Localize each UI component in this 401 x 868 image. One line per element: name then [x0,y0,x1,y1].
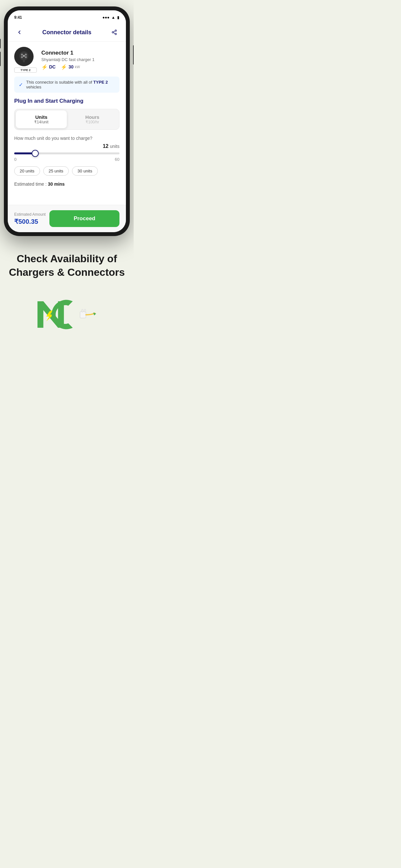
svg-line-4 [113,31,115,32]
tab-hours-price: ₹100/hr [69,120,115,124]
tab-units-price: ₹14/unit [19,120,64,124]
power-value: 30 [68,64,73,69]
slider-track [14,152,120,154]
connector-name: Connector 1 [41,50,120,56]
svg-point-9 [25,56,27,58]
power-unit: kW [75,65,80,69]
slider-thumb[interactable] [32,150,39,157]
amount-value: ₹500.35 [14,218,45,225]
svg-rect-13 [82,309,83,312]
power-spec: ⚡ 30 kW [61,64,80,70]
compatibility-banner: ✓ This connector is suitable with all of… [14,76,120,93]
slider-max: 60 [115,157,120,162]
status-icons: ●●● ▲ ▮ [102,15,120,20]
wifi-icon: ▲ [112,15,115,20]
bottom-bar: Estimated Amount ₹500.35 Proceed [8,205,126,232]
units-value-display: 12 units [103,144,120,149]
amount-label: Estimated Amount [14,212,45,217]
screen-content: TYPE 2 Connector 1 Shyamlalji DC fast ch… [8,42,126,205]
current-icon: ⚡ [41,64,48,70]
chip-25[interactable]: 25 units [43,166,69,176]
units-value-row: 12 units [14,144,120,149]
screen-header: Connector details [8,25,126,42]
svg-point-6 [21,54,23,56]
svg-point-7 [25,54,27,56]
tab-hours-label: Hours [69,114,115,120]
battery-icon: ▮ [117,15,120,20]
tab-units-label: Units [19,114,64,120]
svg-point-8 [21,56,23,58]
estimated-value: 30 mins [48,182,65,187]
connector-icon-wrap: TYPE 2 [14,47,37,73]
quick-select: 20 units 25 units 30 units [14,166,120,176]
vol-up-button [0,39,1,49]
svg-point-10 [23,55,25,57]
connector-details: Connector 1 Shyamlalji DC fast charger 1… [41,50,120,70]
phone-mockup: 9:41 ●●● ▲ ▮ Connector details [4,6,130,236]
phone-screen: 9:41 ●●● ▲ ▮ Connector details [8,10,126,232]
units-question: How much unit do you want to charge? [14,135,120,141]
status-bar: 9:41 ●●● ▲ ▮ [8,10,126,25]
connector-icon [14,47,34,66]
nc-logo-svg [35,295,99,334]
tab-hours[interactable]: Hours ₹100/hr [67,111,118,128]
check-icon: ✓ [19,82,23,88]
slider-min: 0 [14,157,17,162]
estimated-time: Estimated time : 30 mins [14,182,120,187]
slider-range: 0 60 [14,157,120,162]
proceed-button[interactable]: Proceed [50,210,120,227]
page-title: Connector details [25,29,109,36]
content-spacer [14,187,120,199]
share-button[interactable] [109,27,120,37]
chip-20[interactable]: 20 units [14,166,40,176]
status-time: 9:41 [14,15,22,20]
connector-type-badge: TYPE 2 [14,67,37,73]
amount-section: Estimated Amount ₹500.35 [14,212,45,225]
promo-title: Check Availability of Chargers & Connect… [6,252,127,279]
compatibility-text: This connector is suitable with all of T… [26,80,115,89]
nc-logo [35,295,99,334]
connector-station: Shyamlalji DC fast charger 1 [41,57,120,62]
back-button[interactable] [14,27,25,37]
current-type-value: DC [49,64,56,69]
tab-switcher: Units ₹14/unit Hours ₹100/hr [14,109,120,130]
current-type-spec: ⚡ DC [41,64,56,70]
svg-line-3 [113,33,115,34]
connector-specs: ⚡ DC ⚡ 30 kW [41,64,120,70]
slider-container[interactable] [14,152,120,154]
svg-rect-12 [80,312,86,318]
tab-units[interactable]: Units ₹14/unit [16,111,67,128]
charging-section-title: Plug In and Start Charging [14,98,120,104]
power-icon: ⚡ [61,64,67,70]
power-button [133,45,134,65]
vol-down-button [0,52,1,66]
chip-30[interactable]: 30 units [72,166,98,176]
svg-rect-11 [23,60,25,62]
bottom-section: Check Availability of Chargers & Connect… [0,236,134,347]
compat-type: TYPE 2 [93,80,108,85]
svg-rect-14 [85,309,86,312]
signal-icon: ●●● [102,15,110,20]
connector-info-row: TYPE 2 Connector 1 Shyamlalji DC fast ch… [14,47,120,73]
